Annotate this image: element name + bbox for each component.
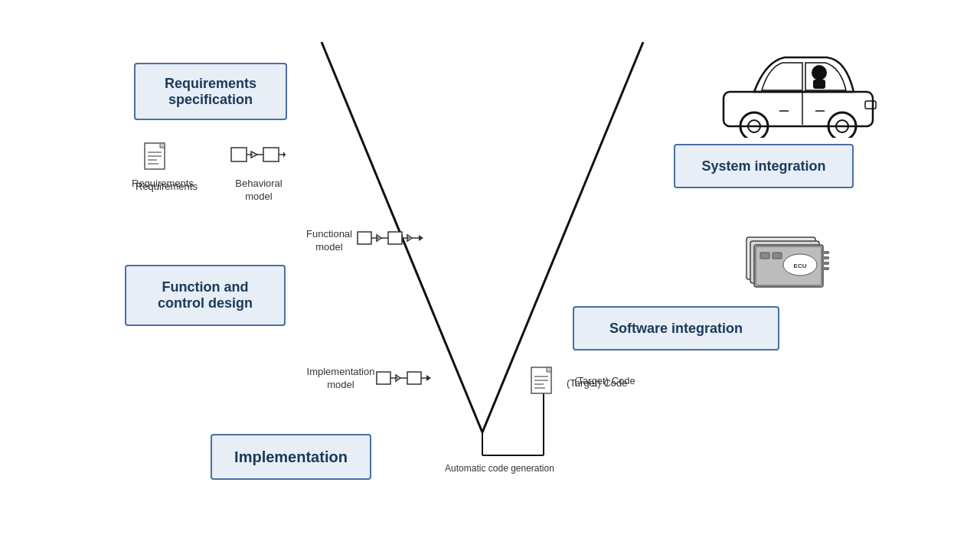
system-integration-box: System integration bbox=[674, 144, 854, 188]
svg-rect-63 bbox=[822, 267, 829, 270]
svg-point-44 bbox=[828, 112, 856, 138]
svg-point-42 bbox=[740, 112, 768, 138]
svg-rect-46 bbox=[865, 101, 876, 109]
functional-model-icon bbox=[356, 226, 425, 258]
diagram-container: Requirements specification Function and … bbox=[0, 0, 980, 551]
svg-marker-7 bbox=[160, 143, 165, 148]
svg-rect-62 bbox=[822, 262, 829, 265]
implementation-model-icon bbox=[375, 366, 444, 398]
software-integration-box: Software integration bbox=[573, 306, 779, 350]
svg-rect-12 bbox=[231, 148, 247, 161]
car-illustration bbox=[712, 46, 888, 141]
svg-rect-56 bbox=[760, 253, 769, 259]
requirements-label: Requirements specification bbox=[165, 76, 256, 108]
software-label: Software integration bbox=[609, 321, 743, 337]
svg-marker-34 bbox=[426, 375, 431, 381]
svg-text:ECU: ECU bbox=[794, 262, 807, 269]
function-label: Function and control design bbox=[158, 279, 253, 311]
svg-rect-41 bbox=[724, 92, 873, 126]
function-control-design-box: Function and control design bbox=[125, 265, 286, 326]
implementation-box: Implementation bbox=[211, 434, 371, 480]
svg-marker-36 bbox=[547, 367, 551, 372]
target-code-icon bbox=[528, 366, 557, 403]
functional-model-label: Functional model bbox=[299, 228, 360, 254]
requirements-specification-box: Requirements specification bbox=[134, 63, 287, 120]
implementation-model-label: Implementation model bbox=[306, 366, 375, 392]
ecu-illustration: ECU bbox=[731, 230, 854, 298]
svg-rect-23 bbox=[388, 232, 402, 244]
svg-rect-61 bbox=[822, 256, 829, 259]
svg-rect-16 bbox=[263, 148, 279, 161]
requirements-text-label: Requirements bbox=[132, 178, 181, 191]
svg-rect-60 bbox=[822, 251, 829, 254]
implementation-label: Implementation bbox=[234, 448, 348, 466]
svg-rect-32 bbox=[407, 372, 421, 384]
system-label: System integration bbox=[701, 158, 825, 174]
svg-rect-51 bbox=[813, 80, 825, 89]
svg-point-50 bbox=[812, 65, 827, 80]
svg-marker-27 bbox=[419, 235, 423, 241]
svg-line-1 bbox=[482, 42, 643, 432]
behavioral-model-icon bbox=[230, 142, 287, 174]
target-code-text: (Target) Code bbox=[567, 377, 627, 389]
svg-marker-18 bbox=[283, 152, 286, 158]
auto-code-gen-label: Automatic code generation bbox=[433, 463, 567, 475]
svg-rect-28 bbox=[377, 372, 390, 384]
behavioral-model-label: Behavioral model bbox=[228, 178, 289, 204]
svg-rect-57 bbox=[773, 253, 782, 259]
